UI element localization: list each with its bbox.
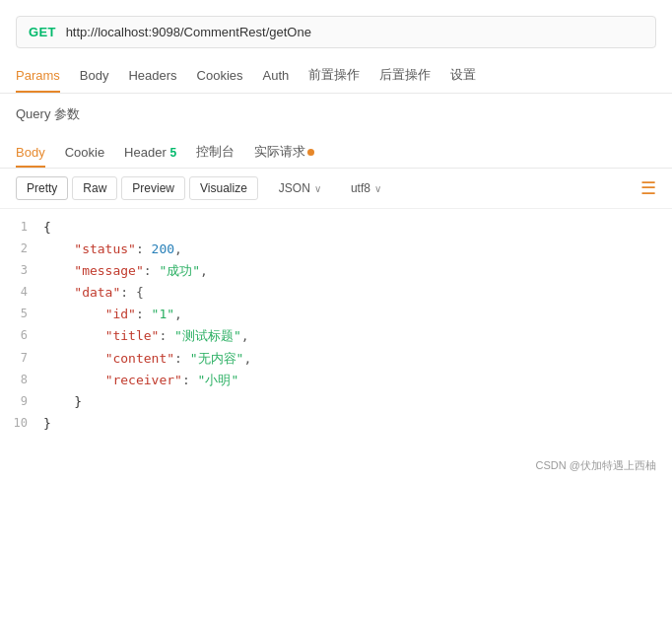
json-content: "title": "测试标题",	[43, 325, 664, 347]
tab-params[interactable]: Params	[16, 58, 60, 93]
format-value: JSON	[279, 181, 310, 195]
json-line-3: 3 "message": "成功",	[0, 260, 672, 282]
watermark: CSDN @伏加特遇上西柚	[0, 450, 672, 477]
tab-cookies[interactable]: Cookies	[197, 58, 243, 93]
tab-auth[interactable]: Auth	[263, 58, 290, 93]
line-number: 6	[8, 325, 43, 345]
format-arrow-icon: ∨	[314, 183, 321, 194]
url-bar: GET http://localhost:9098/CommentRest/ge…	[16, 16, 656, 48]
line-number: 10	[8, 413, 43, 433]
tab-post-action[interactable]: 后置操作	[379, 56, 431, 94]
resp-tab-header[interactable]: Header 5	[124, 137, 176, 168]
http-method: GET	[29, 25, 56, 39]
encoding-value: utf8	[351, 181, 370, 195]
line-number: 3	[8, 260, 43, 280]
json-content: "receiver": "小明"	[43, 370, 664, 391]
pretty-button[interactable]: Pretty	[16, 176, 68, 200]
resp-tab-body[interactable]: Body	[16, 137, 45, 168]
encoding-arrow-icon: ∨	[374, 183, 381, 194]
json-content: "content": "无内容",	[43, 348, 664, 370]
json-line-9: 9 }	[0, 391, 672, 413]
json-line-10: 10 }	[0, 413, 672, 435]
tab-settings[interactable]: 设置	[450, 56, 476, 94]
actual-request-label: 实际请求	[254, 144, 305, 159]
header-badge: 5	[169, 146, 176, 160]
json-line-7: 7 "content": "无内容",	[0, 348, 672, 370]
line-number: 2	[8, 239, 43, 258]
resp-tab-header-label: Header	[124, 145, 167, 160]
wrap-icon[interactable]: ☰	[640, 177, 656, 199]
json-line-6: 6 "title": "测试标题",	[0, 325, 672, 347]
json-line-2: 2 "status": 200,	[0, 239, 672, 260]
visualize-button[interactable]: Visualize	[189, 176, 258, 200]
app-container: GET http://localhost:9098/CommentRest/ge…	[0, 0, 672, 618]
encoding-select[interactable]: utf8 ∨	[342, 176, 390, 200]
json-content: "status": 200,	[43, 239, 664, 260]
json-content: "message": "成功",	[43, 260, 664, 282]
response-tabs: Body Cookie Header 5 控制台 实际请求	[0, 135, 672, 169]
json-line-5: 5 "id": "1",	[0, 304, 672, 325]
query-params-label: Query 参数	[0, 94, 672, 131]
resp-tab-actual[interactable]: 实际请求	[254, 135, 314, 169]
json-line-8: 8 "receiver": "小明"	[0, 370, 672, 391]
json-content: }	[43, 391, 664, 413]
line-number: 4	[8, 282, 43, 302]
format-select[interactable]: JSON ∨	[270, 176, 330, 200]
json-content: {	[43, 217, 664, 239]
tab-body[interactable]: Body	[80, 58, 109, 93]
line-number: 9	[8, 391, 43, 411]
tab-headers[interactable]: Headers	[128, 58, 176, 93]
request-tabs: Params Body Headers Cookies Auth 前置操作 后置…	[0, 56, 672, 94]
line-number: 1	[8, 217, 43, 237]
preview-button[interactable]: Preview	[121, 176, 185, 200]
format-bar: Pretty Raw Preview Visualize JSON ∨ utf8…	[0, 169, 672, 209]
resp-tab-console[interactable]: 控制台	[196, 135, 235, 169]
line-number: 7	[8, 348, 43, 368]
line-number: 5	[8, 304, 43, 323]
json-content: }	[43, 413, 664, 435]
resp-tab-cookie[interactable]: Cookie	[65, 137, 104, 168]
raw-button[interactable]: Raw	[72, 176, 117, 200]
actual-request-dot	[307, 149, 314, 156]
tab-pre-action[interactable]: 前置操作	[308, 56, 360, 94]
json-line-4: 4 "data": {	[0, 282, 672, 304]
json-line-1: 1 {	[0, 217, 672, 239]
json-content: "data": {	[43, 282, 664, 304]
line-number: 8	[8, 370, 43, 389]
json-viewer: 1 { 2 "status": 200, 3 "message": "成功", …	[0, 209, 672, 450]
request-url[interactable]: http://localhost:9098/CommentRest/getOne	[66, 25, 311, 39]
json-content: "id": "1",	[43, 304, 664, 325]
